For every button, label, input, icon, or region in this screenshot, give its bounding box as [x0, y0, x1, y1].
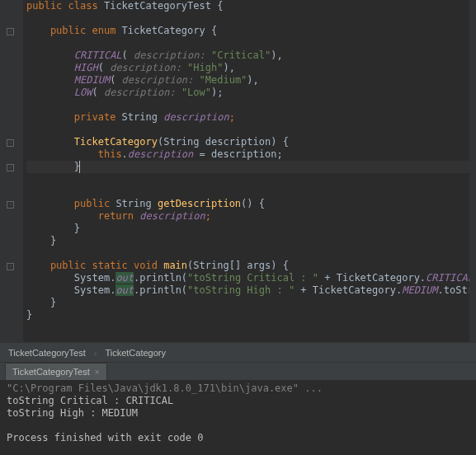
caret [79, 161, 80, 173]
code-token: "Critical" [211, 49, 271, 61]
code-token [26, 74, 74, 86]
code-token: description [128, 148, 193, 160]
code-token: TicketCategory [74, 136, 158, 148]
code-token: "Low" [181, 87, 211, 98]
fold-icon[interactable]: - [7, 201, 14, 209]
code-token: this [98, 148, 122, 160]
code-token [26, 284, 74, 296]
code-token: + TicketCategory. [318, 272, 426, 284]
code-token: ), [271, 49, 282, 61]
fold-icon[interactable]: - [7, 28, 14, 35]
console-output[interactable]: "C:\Program Files\Java\jdk1.8.0_171\bin\… [0, 380, 476, 455]
breadcrumb: TicketCategoryTest › TicketCategory [0, 342, 476, 362]
code-token: } [26, 223, 476, 235]
console-line: toString Critical : CRITICAL [7, 395, 469, 407]
code-token [26, 136, 74, 148]
code-token: "High" [187, 62, 223, 73]
code-token: HIGH [74, 62, 98, 73]
code-token: } [26, 309, 476, 321]
code-token: ( [92, 87, 97, 98]
code-token: String [122, 111, 164, 123]
code-token: .println( [134, 284, 187, 296]
code-token: "toString High : " [187, 284, 295, 296]
code-token: public class [26, 0, 98, 12]
code-token [26, 37, 476, 49]
code-token: out [115, 272, 134, 284]
code-token: description: [104, 62, 187, 73]
code-token [26, 247, 476, 260]
code-editor[interactable]: - - - - - public class TicketCategoryTes… [0, 0, 476, 342]
run-tool-tabs: TicketCategoryTest × [0, 362, 476, 380]
chevron-right-icon: › [94, 343, 97, 363]
code-token: ( [98, 62, 104, 73]
code-token: public static void [26, 260, 163, 271]
code-token: out [115, 284, 134, 296]
code-token [26, 272, 74, 284]
code-token: description: [115, 74, 199, 86]
console-line: toString High : MEDIUM [7, 407, 469, 420]
code-token: ( [122, 49, 128, 61]
code-token: . [122, 148, 128, 160]
code-token: public enum [26, 25, 115, 36]
code-token [26, 62, 74, 73]
code-token [26, 124, 476, 136]
code-token: ); [211, 87, 223, 98]
console-line: "C:\Program Files\Java\jdk1.8.0_171\bin\… [7, 382, 469, 395]
code-token: description [163, 111, 229, 123]
code-token: System. [74, 272, 116, 284]
code-token: description [139, 210, 205, 222]
code-token [26, 12, 476, 25]
code-token: private [26, 111, 122, 123]
fold-icon[interactable]: - [7, 139, 14, 147]
code-token [26, 185, 476, 198]
code-token: (String description) { [158, 136, 289, 148]
code-token: "toString Critical : " [187, 272, 318, 284]
console-line [7, 420, 469, 432]
code-token: LOW [74, 87, 92, 98]
code-token [26, 49, 74, 61]
code-token: public [26, 198, 115, 209]
code-token: } [26, 161, 80, 172]
vertical-scrollbar[interactable] [469, 0, 476, 342]
code-token: main [163, 260, 187, 271]
code-token: } [26, 235, 476, 247]
code-token: System. [74, 284, 116, 296]
fold-icon[interactable]: - [7, 164, 14, 171]
console-line: Process finished with exit code 0 [7, 432, 469, 444]
code-token: CRITICAL [74, 49, 122, 61]
run-tab[interactable]: TicketCategoryTest × [5, 363, 107, 380]
code-token: String [115, 198, 158, 209]
code-token: + TicketCategory. [295, 284, 402, 296]
fold-icon[interactable]: - [7, 263, 14, 270]
code-token: TicketCategory { [115, 25, 217, 36]
code-token: ), [223, 62, 234, 73]
code-content[interactable]: public class TicketCategoryTest { public… [23, 0, 476, 321]
code-token: = description; [193, 148, 282, 160]
code-token: TicketCategoryTest { [98, 0, 224, 12]
code-token: ; [205, 210, 211, 222]
code-token [26, 148, 98, 160]
code-token: CRITICAL [426, 272, 474, 284]
code-token: description: [128, 49, 211, 61]
code-token: } [26, 297, 476, 309]
code-token: return [26, 210, 139, 222]
code-token [26, 99, 476, 111]
code-token: getDescription [158, 198, 241, 209]
code-token: MEDIUM [402, 284, 437, 296]
code-token [26, 173, 476, 185]
code-token [26, 87, 74, 98]
code-token: ), [247, 74, 258, 86]
code-token: description: [98, 87, 181, 98]
breadcrumb-item[interactable]: TicketCategoryTest [8, 343, 86, 363]
code-token: .println( [134, 272, 187, 284]
close-icon[interactable]: × [95, 368, 100, 377]
code-token: (String[] args) { [187, 260, 289, 271]
run-tab-label: TicketCategoryTest [12, 367, 90, 377]
code-token: ; [229, 111, 235, 123]
code-token: MEDIUM [74, 74, 110, 86]
breadcrumb-item[interactable]: TicketCategory [105, 343, 166, 363]
code-token: "Medium" [200, 74, 247, 86]
code-token: () { [241, 198, 265, 209]
